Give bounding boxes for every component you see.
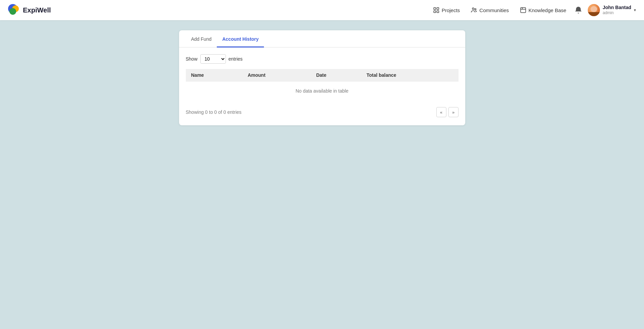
logo-icon: [8, 4, 20, 16]
col-total-balance: Total balance: [361, 69, 459, 81]
svg-point-7: [472, 8, 474, 9]
show-entries-control: Show 10 25 50 100 entries: [186, 54, 459, 64]
notifications-icon[interactable]: [574, 6, 582, 14]
col-date: Date: [311, 69, 361, 81]
avatar: [588, 4, 600, 16]
card: Add Fund Account History Show 10 25 50 1…: [179, 30, 465, 125]
knowledge-base-icon: [520, 7, 527, 13]
communities-icon: [471, 7, 477, 13]
table-header-row: Name Amount Date Total balance: [186, 69, 459, 81]
nav-knowledge-base-label: Knowledge Base: [529, 7, 567, 13]
brand-name: ExpiWell: [23, 6, 51, 14]
user-menu[interactable]: John Bantad admin ▾: [588, 4, 636, 16]
user-name: John Bantad: [603, 5, 631, 10]
col-name: Name: [186, 69, 242, 81]
data-table: Name Amount Date Total balance No data a…: [186, 69, 459, 100]
svg-point-2: [9, 8, 16, 15]
projects-icon: [433, 7, 440, 13]
show-label: Show: [186, 56, 198, 62]
nav-communities[interactable]: Communities: [471, 7, 509, 13]
svg-rect-3: [434, 8, 436, 10]
main-content: Add Fund Account History Show 10 25 50 1…: [0, 20, 644, 135]
empty-message: No data available in table: [186, 81, 459, 101]
user-info: John Bantad admin: [603, 5, 631, 15]
navbar-links: Projects Communities Knowledge Base: [433, 7, 566, 13]
svg-rect-9: [520, 8, 526, 13]
first-page-button[interactable]: «: [436, 107, 446, 117]
tab-account-history[interactable]: Account History: [217, 30, 264, 47]
nav-knowledge-base[interactable]: Knowledge Base: [520, 7, 567, 13]
pagination: Showing 0 to 0 of 0 entries « »: [186, 107, 459, 117]
pagination-buttons: « »: [436, 107, 459, 117]
entries-label: entries: [229, 56, 243, 62]
table-body: No data available in table: [186, 81, 459, 101]
showing-text: Showing 0 to 0 of 0 entries: [186, 109, 242, 115]
nav-communities-label: Communities: [479, 7, 509, 13]
col-amount: Amount: [242, 69, 311, 81]
svg-rect-6: [437, 11, 439, 13]
chevron-down-icon: ▾: [634, 8, 636, 12]
table-header: Name Amount Date Total balance: [186, 69, 459, 81]
nav-projects-label: Projects: [442, 7, 460, 13]
tabs: Add Fund Account History: [179, 30, 465, 47]
nav-projects[interactable]: Projects: [433, 7, 460, 13]
user-role: admin: [603, 10, 631, 15]
brand-logo[interactable]: ExpiWell: [8, 4, 51, 16]
table-empty-row: No data available in table: [186, 81, 459, 101]
card-body: Show 10 25 50 100 entries Name Amount Da…: [179, 47, 465, 125]
svg-rect-5: [434, 11, 436, 13]
svg-rect-4: [437, 8, 439, 10]
entries-select[interactable]: 10 25 50 100: [200, 54, 226, 64]
navbar: ExpiWell Projects Communities: [0, 0, 644, 20]
tab-add-fund[interactable]: Add Fund: [186, 30, 217, 47]
svg-point-8: [475, 8, 476, 10]
navbar-right: John Bantad admin ▾: [574, 4, 636, 16]
last-page-button[interactable]: »: [448, 107, 459, 117]
